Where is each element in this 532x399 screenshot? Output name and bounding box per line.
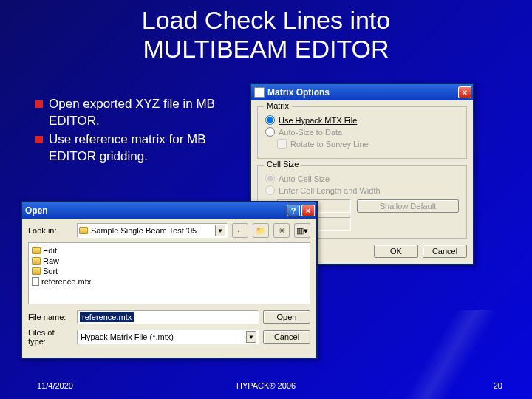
- lookin-dropdown[interactable]: Sample Single Beam Test '05 ▼: [77, 223, 228, 238]
- filetype-value: Hypack Matrix File (*.mtx): [79, 332, 246, 341]
- radio-use-mtx-file[interactable]: Use Hypack MTX File: [265, 115, 459, 125]
- list-item[interactable]: Sort: [32, 266, 307, 276]
- cellsize-group-label: Cell Size: [264, 160, 301, 168]
- folder-icon: [32, 247, 41, 254]
- radio-enter-cellsize: Enter Cell Length and Width: [265, 185, 459, 195]
- footer-center: HYPACK® 2006: [236, 381, 296, 390]
- matrix-group: Matrix Use Hypack MTX File Auto-Size to …: [257, 106, 467, 159]
- ok-button[interactable]: OK: [374, 245, 418, 258]
- open-button[interactable]: Open: [263, 310, 310, 324]
- check-rotate-survey: Rotate to Survey Line: [277, 139, 459, 149]
- footer-date: 11/4/2020: [37, 381, 73, 390]
- nav-back-button[interactable]: ←: [232, 223, 248, 238]
- bullet-marker-icon: [35, 136, 43, 143]
- folder-icon: [79, 227, 88, 234]
- bullet-item: Use reference matrix for MB EDITOR gridd…: [35, 132, 219, 166]
- bullet-text: Open exported XYZ file in MB EDITOR.: [49, 96, 219, 130]
- folder-icon: [32, 257, 41, 265]
- list-item[interactable]: Raw: [32, 256, 307, 266]
- slide-title: Load Check Lines into MULTIBEAM EDITOR: [0, 0, 532, 64]
- shallow-default-button: Shallow Default: [357, 200, 459, 213]
- open-dialog: Open ? × Look in: Sample Single Beam Tes…: [21, 201, 318, 359]
- bullet-list: Open exported XYZ file in MB EDITOR. Use…: [35, 96, 219, 167]
- matrix-titlebar[interactable]: Matrix Options ×: [251, 84, 473, 100]
- lookin-label: Look in:: [28, 226, 72, 235]
- open-titlebar[interactable]: Open ? ×: [22, 202, 316, 219]
- filetype-label: Files of type:: [28, 328, 72, 346]
- file-list[interactable]: Edit Raw Sort reference.mtx: [28, 242, 310, 304]
- matrix-group-label: Matrix: [264, 101, 292, 110]
- filename-value: reference.mtx: [80, 312, 134, 322]
- list-item[interactable]: reference.mtx: [32, 276, 307, 287]
- matrix-title-text: Matrix Options: [267, 87, 330, 98]
- lookin-value: Sample Single Beam Test '05: [91, 226, 215, 235]
- nav-up-button[interactable]: 📁: [253, 223, 269, 238]
- nav-views-button[interactable]: ▥▾: [294, 223, 310, 238]
- open-title-text: Open: [25, 205, 48, 216]
- radio-autosize[interactable]: Auto-Size to Data: [265, 127, 459, 137]
- file-icon: [32, 277, 39, 286]
- list-item[interactable]: Edit: [32, 245, 307, 256]
- footer-page: 20: [494, 381, 502, 390]
- close-icon[interactable]: ×: [458, 86, 471, 98]
- folder-icon: [32, 267, 41, 275]
- nav-newfolder-button[interactable]: ✳: [273, 223, 290, 238]
- slide-footer: 11/4/2020 HYPACK® 2006 20: [0, 381, 532, 390]
- chevron-down-icon[interactable]: ▼: [246, 331, 256, 343]
- cancel-button[interactable]: Cancel: [423, 245, 467, 258]
- bullet-text: Use reference matrix for MB EDITOR gridd…: [49, 132, 219, 166]
- filetype-dropdown[interactable]: Hypack Matrix File (*.mtx) ▼: [77, 330, 259, 344]
- chevron-down-icon[interactable]: ▼: [215, 225, 225, 236]
- bullet-marker-icon: [35, 100, 43, 108]
- bullet-item: Open exported XYZ file in MB EDITOR.: [35, 96, 219, 130]
- filename-input[interactable]: reference.mtx: [77, 310, 259, 324]
- radio-auto-cellsize: Auto Cell Size: [265, 174, 459, 183]
- close-icon[interactable]: ×: [301, 205, 315, 216]
- slide-title-line1: Load Check Lines into: [0, 6, 532, 35]
- slide-title-line2: MULTIBEAM EDITOR: [0, 35, 532, 64]
- help-icon[interactable]: ?: [287, 205, 300, 216]
- cancel-button[interactable]: Cancel: [263, 330, 310, 344]
- filename-label: File name:: [28, 313, 72, 321]
- app-icon: [254, 87, 265, 98]
